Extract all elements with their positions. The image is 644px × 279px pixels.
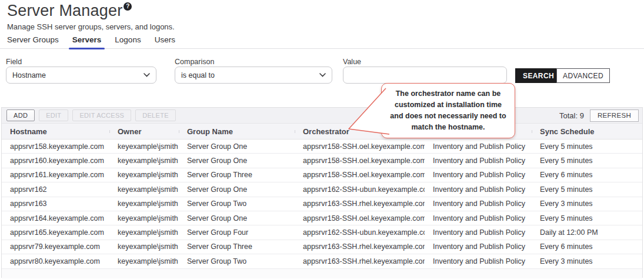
column-header-owner: Owner	[109, 127, 179, 136]
field-select[interactable]: Hostname	[6, 67, 156, 84]
table-cell: Server Group One	[179, 214, 295, 222]
table-cell: appsrvr162	[2, 185, 109, 194]
chevron-down-icon	[144, 73, 150, 77]
table-row[interactable]: appsrvr161.keyexample.comkeyexample\jsmi…	[2, 168, 642, 182]
total-count: Total: 9	[559, 111, 584, 120]
table-cell: appsrvr160.keyexample.com	[2, 157, 109, 165]
tab-bar: Server Groups Servers Logons Users	[0, 35, 644, 49]
comparison-select-value: is equal to	[181, 71, 215, 79]
column-header-hostname: Hostname	[2, 127, 109, 136]
field-label: Field	[6, 58, 22, 66]
server-manager-page: Server Manager? Manage SSH server groups…	[0, 0, 644, 279]
edit-access-button: EDIT ACCESS	[72, 109, 131, 121]
table-cell: Every 5 minutes	[532, 142, 642, 151]
table-cell: appsrvr163	[2, 200, 109, 208]
table-row[interactable]: appsrvr80.keyexample.comkeyexample\jsmit…	[2, 254, 642, 268]
table-cell: Inventory and Publish Policy	[425, 243, 532, 251]
table-header-row: HostnameOwnerGroup NameOrchestratorSync …	[2, 124, 642, 140]
table-cell: appsrvr158.keyexample.com	[2, 142, 109, 151]
table-cell: Inventory and Publish Policy	[425, 257, 532, 265]
table-cell: Server Group Four	[179, 228, 295, 237]
table-cell: Server Group One	[179, 185, 295, 194]
table-cell: appsrvr163-SSH.rhel.keyexample.com	[295, 243, 425, 251]
table-body: appsrvr158.keyexample.comkeyexample\jsmi…	[2, 140, 642, 269]
table-cell: Every 5 minutes	[532, 157, 642, 165]
advanced-button[interactable]: ADVANCED	[556, 68, 610, 83]
table-cell: keyexample\jsmith	[109, 214, 179, 222]
refresh-button[interactable]: REFRESH	[590, 109, 639, 122]
value-label: Value	[343, 58, 361, 66]
table-cell: Every 3 minutes	[532, 257, 642, 265]
tab-logons[interactable]: Logons	[115, 35, 141, 49]
table-cell: appsrvr164.keyexample.com	[2, 214, 109, 222]
comparison-select[interactable]: is equal to	[175, 67, 332, 84]
table-cell: appsrvr80.keyexample.com	[2, 257, 109, 265]
table-cell: Every 3 minutes	[532, 200, 642, 208]
table-toolbar: ADD EDIT EDIT ACCESS DELETE Total: 9 REF…	[2, 108, 642, 124]
orchestrator-callout: The orchestrator name can be customized …	[381, 83, 515, 138]
comparison-label: Comparison	[175, 58, 214, 66]
table-cell: appsrvr165.keyexample.com	[2, 228, 109, 237]
table-cell: Every 6 minutes	[532, 243, 642, 251]
table-cell: Server Group Three	[179, 243, 295, 251]
help-icon[interactable]: ?	[124, 2, 132, 11]
page-subtitle: Manage SSH server groups, servers, and l…	[7, 22, 175, 31]
table-cell: Inventory and Publish Policy	[425, 157, 532, 165]
table-cell: keyexample\jsmith	[109, 200, 179, 208]
table-cell: Every 5 minutes	[532, 185, 642, 194]
table-cell: Daily at 12:00 PM	[532, 228, 642, 237]
add-button[interactable]: ADD	[6, 109, 35, 121]
table-cell: Server Group One	[179, 157, 295, 165]
table-cell: appsrvr163-SSH.rhel.keyexample.com	[295, 257, 425, 265]
delete-button: DELETE	[135, 109, 176, 121]
servers-table: ADD EDIT EDIT ACCESS DELETE Total: 9 REF…	[1, 107, 643, 278]
table-cell: keyexample\jsmith	[109, 243, 179, 251]
table-cell: Server Group Three	[179, 171, 295, 179]
table-cell: keyexample\jsmith	[109, 171, 179, 179]
table-cell: Server Group Two	[179, 257, 295, 265]
table-cell: Inventory and Publish Policy	[425, 171, 532, 179]
table-row[interactable]: appsrvr162keyexample\jsmithServer Group …	[2, 182, 642, 197]
table-cell: keyexample\jsmith	[109, 157, 179, 165]
table-footer	[2, 269, 642, 278]
table-cell: Inventory and Publish Policy	[425, 200, 532, 208]
table-cell: Server Group Two	[179, 200, 295, 208]
table-cell: Inventory and Publish Policy	[425, 214, 532, 222]
table-row[interactable]: appsrvr158.keyexample.comkeyexample\jsmi…	[2, 140, 642, 154]
table-cell: appsrvr162-SSH-ubun.keyexample.com	[295, 185, 425, 194]
table-cell: appsrvr158-SSH.oel.keyexample.com	[295, 171, 425, 179]
table-cell: appsrvr162-SSH-ubun.keyexample.com	[295, 228, 425, 237]
table-cell: Inventory and Publish Policy	[425, 142, 532, 151]
table-cell: keyexample\jsmith	[109, 185, 179, 194]
table-cell: Every 6 minutes	[532, 171, 642, 179]
table-cell: appsrvr158-SSH.oel.keyexample.com	[295, 157, 425, 165]
column-header-group-name: Group Name	[179, 127, 295, 136]
table-cell: keyexample\jsmith	[109, 142, 179, 151]
table-row[interactable]: appsrvr163keyexample\jsmithServer Group …	[2, 197, 642, 211]
table-cell: Every 5 minutes	[532, 214, 642, 222]
table-cell: appsrvr158-SSH.oel.keyexample.com	[295, 214, 425, 222]
table-cell: appsrvr79.keyexample.com	[2, 243, 109, 251]
table-cell: keyexample\jsmith	[109, 257, 179, 265]
value-input[interactable]	[343, 67, 507, 84]
table-cell: Inventory and Publish Policy	[425, 185, 532, 194]
tab-server-groups[interactable]: Server Groups	[7, 35, 59, 49]
table-cell: Inventory and Publish Policy	[425, 228, 532, 237]
search-button[interactable]: SEARCH	[515, 68, 562, 83]
edit-button: EDIT	[39, 109, 68, 121]
table-row[interactable]: appsrvr164.keyexample.comkeyexample\jsmi…	[2, 211, 642, 225]
table-row[interactable]: appsrvr165.keyexample.comkeyexample\jsmi…	[2, 225, 642, 240]
table-row[interactable]: appsrvr79.keyexample.comkeyexample\jsmit…	[2, 240, 642, 254]
field-select-value: Hostname	[12, 71, 46, 79]
tab-servers[interactable]: Servers	[72, 35, 102, 49]
chevron-down-icon	[319, 73, 326, 77]
table-row[interactable]: appsrvr160.keyexample.comkeyexample\jsmi…	[2, 154, 642, 168]
table-cell: appsrvr158-SSH.oel.keyexample.com	[295, 142, 425, 151]
table-cell: appsrvr163-SSH.rhel.keyexample.com	[295, 200, 425, 208]
table-cell: appsrvr161.keyexample.com	[2, 171, 109, 179]
page-title: Server Manager?	[7, 2, 132, 20]
table-cell: Server Group One	[179, 142, 295, 151]
table-cell: keyexample\jsmith	[109, 228, 179, 237]
tab-users[interactable]: Users	[155, 35, 175, 49]
column-header-sync-schedule: Sync Schedule	[532, 127, 642, 136]
